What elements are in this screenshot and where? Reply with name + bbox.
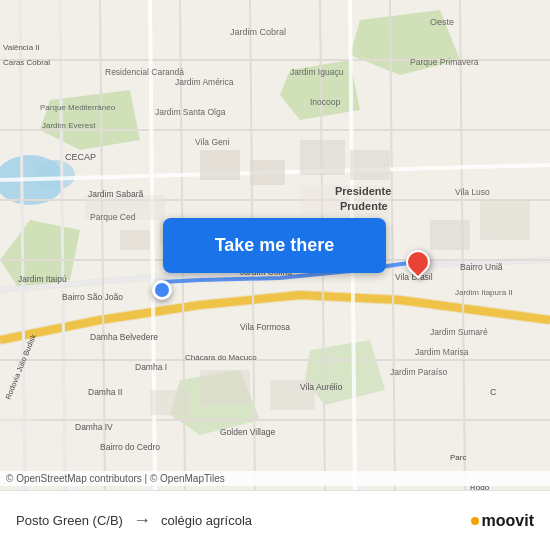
- bottom-bar: Posto Green (C/B) → colégio agrícola moo…: [0, 490, 550, 550]
- svg-text:Damha IV: Damha IV: [75, 422, 113, 432]
- svg-text:Damha Belvedere: Damha Belvedere: [90, 332, 158, 342]
- svg-text:Parque Mediterrâneo: Parque Mediterrâneo: [40, 103, 116, 112]
- svg-rect-12: [200, 150, 240, 180]
- svg-text:Vila Aurélio: Vila Aurélio: [300, 382, 343, 392]
- svg-rect-15: [350, 150, 390, 180]
- svg-text:Jardim América: Jardim América: [175, 77, 234, 87]
- svg-rect-16: [120, 230, 150, 250]
- route-destination: colégio agrícola: [161, 513, 252, 528]
- svg-rect-19: [480, 200, 530, 240]
- svg-text:Jardim Santa Olga: Jardim Santa Olga: [155, 107, 226, 117]
- svg-rect-13: [250, 160, 285, 185]
- svg-text:Jardim Everest: Jardim Everest: [42, 121, 96, 130]
- svg-text:Residencial Carandá: Residencial Carandá: [105, 67, 184, 77]
- moovit-dot-icon: [471, 517, 479, 525]
- moovit-brand: moovit: [482, 512, 534, 530]
- svg-text:Jardim Paraíso: Jardim Paraíso: [390, 367, 447, 377]
- svg-text:Jardim Cobral: Jardim Cobral: [230, 27, 286, 37]
- svg-text:Jardim Itaipú: Jardim Itaipú: [18, 274, 67, 284]
- take-me-there-button[interactable]: Take me there: [163, 218, 386, 273]
- svg-text:Inocoop: Inocoop: [310, 97, 341, 107]
- route-origin: Posto Green (C/B): [16, 513, 123, 528]
- svg-text:Vila Geni: Vila Geni: [195, 137, 229, 147]
- svg-text:Parque Primavera: Parque Primavera: [410, 57, 479, 67]
- svg-point-8: [35, 160, 75, 190]
- svg-text:Jardim Marisa: Jardim Marisa: [415, 347, 469, 357]
- origin-marker: [152, 280, 172, 300]
- svg-rect-22: [150, 390, 190, 415]
- svg-text:CECAP: CECAP: [65, 152, 96, 162]
- svg-text:Bairro do Cedro: Bairro do Cedro: [100, 442, 160, 452]
- svg-text:Golden Village: Golden Village: [220, 427, 275, 437]
- destination-marker: [406, 250, 430, 280]
- map-attribution: © OpenStreetMap contributors | © OpenMap…: [0, 471, 550, 486]
- svg-text:Vila Luso: Vila Luso: [455, 187, 490, 197]
- svg-rect-18: [430, 220, 470, 250]
- svg-text:Jardim Iguaçu: Jardim Iguaçu: [290, 67, 344, 77]
- svg-rect-20: [200, 370, 250, 405]
- moovit-logo: moovit: [471, 512, 534, 530]
- svg-rect-14: [300, 140, 345, 175]
- svg-text:Jardim Itapura II: Jardim Itapura II: [455, 288, 513, 297]
- svg-text:Jardim Sumaré: Jardim Sumaré: [430, 327, 488, 337]
- svg-text:Parque Ced: Parque Ced: [90, 212, 136, 222]
- svg-text:Damha II: Damha II: [88, 387, 123, 397]
- map-view: Jardim Cobral Oeste Parque Primavera Jar…: [0, 0, 550, 490]
- svg-text:Damha I: Damha I: [135, 362, 167, 372]
- route-arrow-icon: →: [133, 510, 151, 531]
- svg-text:Caras Cobral: Caras Cobral: [3, 58, 50, 67]
- svg-text:Oeste: Oeste: [430, 17, 454, 27]
- svg-text:Presidente: Presidente: [335, 185, 391, 197]
- svg-text:Jardim Sabarã: Jardim Sabarã: [88, 189, 144, 199]
- svg-text:Vila Formosa: Vila Formosa: [240, 322, 290, 332]
- svg-text:Parc: Parc: [450, 453, 466, 462]
- svg-text:Prudente: Prudente: [340, 200, 388, 212]
- svg-text:Chácara do Macuco: Chácara do Macuco: [185, 353, 257, 362]
- svg-text:Bairro São João: Bairro São João: [62, 292, 123, 302]
- svg-text:C: C: [490, 387, 497, 397]
- svg-text:Bairro Uniã: Bairro Uniã: [460, 262, 503, 272]
- svg-text:Valência II: Valência II: [3, 43, 40, 52]
